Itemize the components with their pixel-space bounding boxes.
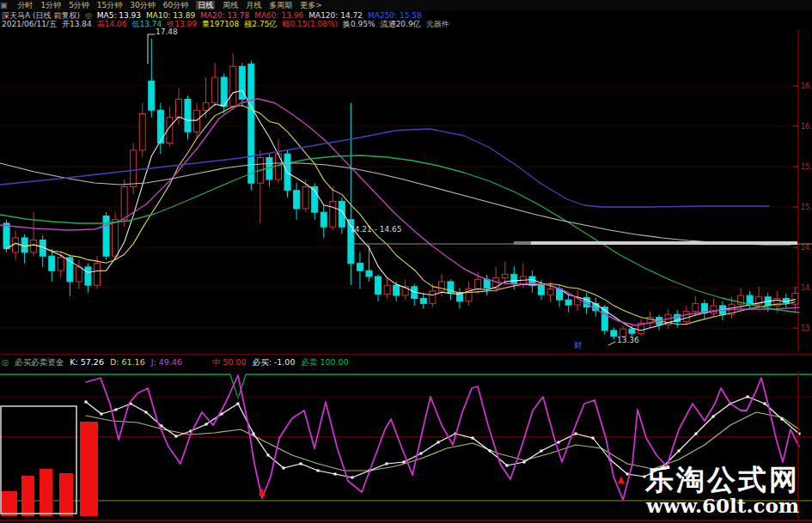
k-dot	[221, 413, 223, 416]
ma-line-MA250	[0, 129, 769, 207]
candle-body	[175, 100, 181, 118]
volume-bar	[1, 491, 17, 516]
range-box-label: 14.21 - 14.65	[350, 226, 402, 234]
ma-value-7: MA120: 14.72	[308, 11, 363, 20]
k-dot	[101, 413, 103, 416]
indicator-header: ◎必买必卖资金K: 57.26D: 61.16J: 49.46中 50.00必买…	[2, 357, 810, 368]
ohlc-value-9: 换0.95%	[343, 20, 375, 28]
stock-ohlc-infoline: 2021/06/11/五开13.84高14.06低13.74收13.99量197…	[2, 20, 810, 28]
kdj-line-D	[86, 412, 799, 471]
ohlc-value-1: 2021/06/11/五	[2, 20, 57, 28]
candle-body	[366, 271, 372, 277]
axis-label: 15.72	[801, 163, 812, 171]
chart-canvas[interactable]: 16.8316.2715.7215.1714.6114.0613.51	[0, 0, 812, 523]
candle-body	[511, 274, 517, 283]
k-dot	[420, 453, 423, 455]
k-dot	[437, 441, 440, 444]
candle-body	[321, 212, 327, 227]
volume-bar	[59, 473, 73, 516]
k-dot	[764, 403, 766, 405]
kdj-value-3: K: 57.26	[70, 357, 104, 367]
candle-body	[502, 274, 508, 277]
candle-body	[49, 256, 55, 271]
menu-item-2[interactable]: 1分钟	[40, 1, 61, 9]
ohlc-value-3: 高14.06	[97, 20, 127, 28]
k-dot	[626, 473, 629, 476]
ma-value-6: MA60: 13.96	[254, 11, 303, 20]
k-dot	[540, 450, 543, 453]
candle-body	[330, 201, 336, 227]
candle-body	[430, 291, 436, 303]
ohlc-value-2: 开13.84	[62, 20, 92, 28]
k-dot	[145, 411, 148, 414]
ma-value-5: MA20: 13.78	[200, 11, 249, 20]
menu-item-3[interactable]: 5分钟	[69, 1, 89, 9]
candle-body	[384, 285, 390, 294]
k-dot	[747, 396, 749, 398]
k-dot	[781, 418, 784, 421]
range-line-dark-seg	[514, 241, 531, 245]
axis-label: 14.61	[801, 244, 812, 252]
candle-body	[58, 258, 64, 271]
ohlc-value-10: 流通20.9亿	[381, 20, 421, 28]
menu-item-8[interactable]: 周线	[223, 1, 238, 9]
candle-body	[113, 220, 119, 256]
menu-item-1[interactable]: 分时	[17, 1, 33, 9]
k-dot	[472, 437, 474, 440]
ma-value-2: ◎	[85, 11, 92, 20]
k-dot	[85, 401, 88, 404]
menu-item-5[interactable]: 30分钟	[130, 1, 155, 9]
k-dot	[334, 473, 337, 476]
candle-body	[212, 77, 218, 103]
candle-body	[375, 277, 382, 294]
candle-body	[76, 267, 82, 282]
candle-body	[438, 282, 444, 291]
axis-label: 13.51	[801, 325, 812, 332]
candle-body	[629, 329, 635, 333]
volume-bar	[80, 422, 98, 516]
candle-body	[203, 103, 209, 110]
candle-body	[194, 110, 200, 131]
candle-body	[85, 267, 91, 285]
menu-item-9[interactable]: 月线	[246, 1, 261, 9]
watermark: 乐淘公式网 www.60lt.com	[645, 465, 800, 516]
stock-ma-infoline: 深天马A (日线 前复权)◎MA5: 13.93MA10: 13.89MA20:…	[2, 11, 810, 20]
candle-body	[565, 300, 571, 305]
k-dot	[712, 416, 715, 418]
menu-item-7[interactable]: 日线	[196, 1, 215, 9]
candle-body	[149, 81, 155, 110]
event-marker-label: 财	[574, 342, 582, 350]
candle-body	[683, 312, 689, 322]
candle-body	[294, 191, 300, 209]
ma-value-8: MA250: 15.58	[368, 11, 422, 20]
menu-item-11[interactable]: 更多>	[300, 1, 322, 9]
candle-body	[394, 285, 400, 295]
axis-label: 14.06	[801, 284, 812, 292]
k-dot	[267, 454, 270, 457]
k-dot	[592, 437, 595, 440]
peak-price-label: 17.48	[156, 28, 178, 36]
axis-label: 16.83	[801, 82, 812, 90]
candle-body	[475, 279, 481, 289]
k-dot	[237, 403, 240, 405]
period-menubar: ▣ 分时1分钟5分钟15分钟30分钟60分钟日线周线月线多周期更多>	[0, 0, 812, 10]
menu-item-10[interactable]: 多周期	[269, 1, 292, 9]
kdj-value-5: J: 49.46	[151, 357, 182, 367]
ohlc-value-6: 量197108	[202, 20, 239, 28]
k-dot	[695, 433, 698, 435]
menu-item-6[interactable]: 60分钟	[163, 1, 188, 9]
candle-body	[783, 298, 789, 302]
k-dot	[506, 465, 509, 467]
candle-body	[420, 298, 426, 303]
candle-body	[357, 264, 363, 271]
candle-body	[538, 285, 544, 295]
k-dot	[678, 450, 681, 453]
candle-body	[611, 331, 617, 337]
menu-item-4[interactable]: 15分钟	[97, 1, 122, 9]
low-price-label: 13.36	[617, 337, 639, 344]
kdj-value-8: 必卖 100.00	[301, 357, 348, 367]
candle-body	[484, 279, 490, 288]
app-menu-icon[interactable]: ▣	[0, 1, 8, 9]
candle-body	[103, 216, 109, 256]
candle-body	[131, 150, 137, 186]
